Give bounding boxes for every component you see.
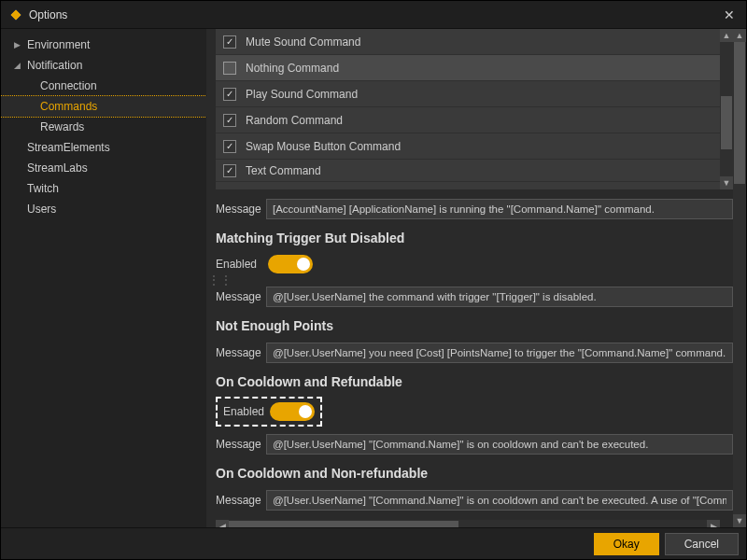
enabled-toggle[interactable] [270,402,315,421]
section-heading-matching: Matching Trigger But Disabled [206,223,733,251]
checkbox-icon[interactable] [223,62,236,75]
main-scrollbar[interactable]: ▲ ▼ [733,29,746,527]
enabled-label: Enabled [216,258,266,271]
message-input[interactable] [266,343,733,363]
footer: Okay Cancel [1,527,746,559]
message-label: Message [216,438,266,451]
scroll-right-icon[interactable]: ▶ [707,520,720,527]
scroll-down-icon[interactable]: ▼ [720,176,733,189]
sidebar-item-twitch[interactable]: Twitch [1,178,206,199]
message-row: Message [206,195,733,223]
window-title: Options [29,8,720,21]
checkbox-icon[interactable]: ✓ [223,140,236,153]
enabled-toggle[interactable] [268,255,313,273]
command-row[interactable]: ✓Swap Mouse Button Command [216,133,720,160]
message-label: Message [216,290,266,303]
message-input[interactable] [266,287,733,307]
enabled-row: Enabled [206,251,733,277]
message-label: Message [216,203,266,216]
command-list: ✓Mute Sound Command Nothing Command ✓Pla… [216,29,733,189]
command-row[interactable]: ✓Mute Sound Command [216,29,720,55]
checkbox-icon[interactable]: ✓ [223,114,236,127]
chevron-right-icon: ▶ [14,36,23,53]
sidebar-item-streamelements[interactable]: StreamElements [1,137,206,158]
message-label: Message [216,494,266,507]
message-row: Message [206,283,733,311]
highlight-box: Enabled [216,397,322,427]
command-list-scrollbar[interactable]: ▲ ▼ [720,29,733,189]
sidebar-item-streamlabs[interactable]: StreamLabs [1,158,206,178]
message-row: Message [206,430,733,458]
titlebar: Options ✕ [1,1,746,29]
message-label: Message [216,346,266,359]
sidebar-item-environment[interactable]: ▶Environment [1,35,206,55]
scroll-left-icon[interactable]: ◀ [216,520,229,527]
section-heading-cooldown-nonref: On Cooldown and Non-refundable [206,458,733,486]
message-input[interactable] [266,434,733,455]
checkbox-icon[interactable]: ✓ [223,164,236,177]
sidebar-item-users[interactable]: Users [1,199,206,219]
command-row[interactable]: Nothing Command [216,55,720,81]
message-row: Message [206,486,733,514]
command-row[interactable]: ✓Play Sound Command [216,81,720,107]
okay-button[interactable]: Okay [594,533,659,555]
message-row: Message [206,339,733,367]
close-icon[interactable]: ✕ [720,7,739,22]
sidebar-item-notification[interactable]: ◢Notification [1,55,206,76]
enabled-label: Enabled [223,405,268,418]
sidebar-item-commands[interactable]: Commands [1,96,206,117]
scroll-down-icon[interactable]: ▼ [733,514,746,527]
svg-marker-0 [10,9,21,21]
main-panel: ✓Mute Sound Command Nothing Command ✓Pla… [206,29,746,527]
checkbox-icon[interactable]: ✓ [223,88,236,101]
command-row[interactable]: ✓Text Command [216,160,720,182]
message-input[interactable] [266,199,733,219]
horizontal-scrollbar[interactable]: ◀ ▶ [216,520,720,527]
command-row[interactable]: ✓Random Command [216,107,720,133]
sidebar-item-rewards[interactable]: Rewards [1,117,206,137]
scroll-up-icon[interactable]: ▲ [733,29,746,42]
section-heading-points: Not Enough Points [206,311,733,339]
sidebar-item-connection[interactable]: Connection [1,76,206,96]
checkbox-icon[interactable]: ✓ [223,35,236,49]
scroll-up-icon[interactable]: ▲ [720,29,733,42]
message-input[interactable] [266,490,733,511]
sidebar: ▶Environment ◢Notification Connection Co… [1,29,206,527]
cancel-button[interactable]: Cancel [665,533,739,555]
section-heading-cooldown-ref: On Cooldown and Refundable [206,367,733,395]
chevron-down-icon: ◢ [14,57,23,74]
app-icon [8,7,23,22]
